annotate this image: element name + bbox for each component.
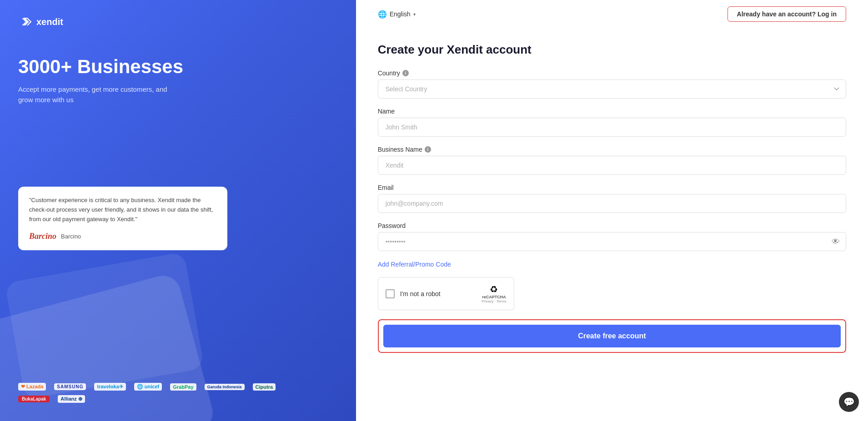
country-info-icon[interactable]: i [402,70,409,76]
testimonial-text: "Customer experience is critical to any … [29,196,216,224]
business-name-field-group: Business Name i [378,146,846,175]
recaptcha-links: Privacy · Terms [482,299,507,303]
business-name-label: Business Name i [378,146,846,153]
brand-garuda: Garuda Indonesia [205,384,245,390]
left-panel: xendit 3000+ Businesses Accept more paym… [0,0,356,421]
password-input[interactable] [378,232,846,251]
password-label: Password [378,222,846,229]
brand-ciputra: Ciputra [253,383,276,391]
recaptcha-right: ♻ reCAPTCHA Privacy · Terms [482,284,507,303]
business-name-input[interactable] [378,156,846,175]
email-field-group: Email [378,184,846,213]
login-prompt-button[interactable]: Already have an account? Log in [728,6,846,22]
brand-traveloka: traveloka✈ [94,383,125,391]
logo-text: xendit [36,17,63,27]
brand-allianz: Allianz ⊕ [58,395,85,403]
brand-lazada: ❤ Lazada [18,383,46,391]
hero-subtitle: Accept more payments, get more customers… [18,84,182,105]
chat-icon: 💬 [843,396,855,407]
brand-grabpay: GrabPay [170,383,196,391]
chevron-down-icon: ▾ [413,12,416,17]
brand-samsung: SAMSUNG [54,383,86,390]
language-label: English [390,10,411,18]
hero-title: 3000+ Businesses [18,56,338,77]
submit-area: Create free account [378,319,846,353]
referral-link[interactable]: Add Referral/Promo Code [378,261,451,268]
create-account-button[interactable]: Create free account [383,325,841,347]
recaptcha-checkbox[interactable] [386,289,395,298]
recaptcha-left: I'm not a robot [386,289,441,298]
globe-icon: 🌐 [378,10,387,19]
language-selector[interactable]: 🌐 English ▾ [378,10,416,19]
email-label: Email [378,184,846,191]
registration-form: Create your Xendit account Country i Sel… [356,28,868,421]
recaptcha-box[interactable]: I'm not a robot ♻ reCAPTCHA Privacy · Te… [378,277,514,310]
xendit-logo-icon [18,15,33,29]
form-title: Create your Xendit account [378,43,846,57]
barcino-logo: Barcino [29,232,56,241]
brand-bukalapak: BukaLapak [18,396,50,402]
logo-area: xendit [18,15,338,29]
login-prompt-text: Already have an account? [737,10,816,18]
testimonial-card: "Customer experience is critical to any … [18,187,227,250]
name-input[interactable] [378,118,846,137]
password-wrapper: 👁 [378,232,846,251]
recaptcha-logo-icon: ♻ [490,284,498,295]
brands-section: ❤ Lazada SAMSUNG traveloka✈ 🌐 unicef Gra… [18,383,338,407]
login-link[interactable]: Log in [818,10,837,18]
recaptcha-label: I'm not a robot [400,290,441,297]
recaptcha-brand: reCAPTCHA [482,295,506,299]
brands-row-2: BukaLapak Allianz ⊕ [18,395,338,403]
password-toggle-icon[interactable]: 👁 [832,237,840,247]
country-select[interactable]: Select Country Indonesia Philippines Tha… [378,79,846,99]
brand-unicef: 🌐 unicef [134,383,162,391]
barcino-name: Barcino [61,233,81,240]
right-panel: 🌐 English ▾ Already have an account? Log… [356,0,868,421]
business-name-info-icon[interactable]: i [425,146,431,153]
testimonial-author: Barcino Barcino [29,232,216,241]
chat-bubble-button[interactable]: 💬 [839,392,859,412]
right-header: 🌐 English ▾ Already have an account? Log… [356,0,868,28]
country-field-group: Country i Select Country Indonesia Phili… [378,69,846,99]
password-field-group: Password 👁 [378,222,846,251]
name-field-group: Name [378,108,846,137]
country-label: Country i [378,69,846,77]
name-label: Name [378,108,846,115]
email-input[interactable] [378,194,846,213]
hero-section: 3000+ Businesses Accept more payments, g… [18,56,338,105]
brands-row-1: ❤ Lazada SAMSUNG traveloka✈ 🌐 unicef Gra… [18,383,338,391]
